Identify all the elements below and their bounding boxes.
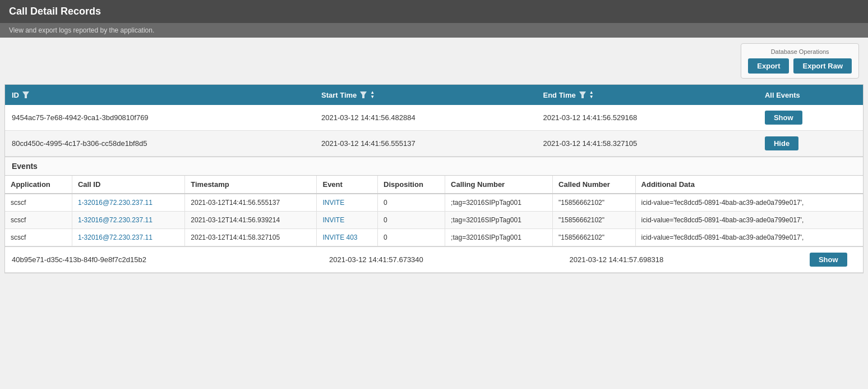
bottom-row-container: 40b95e71-d35c-413b-84f0-9e8f7c2d15b2 202…: [4, 247, 864, 273]
row1-action: Show: [758, 105, 863, 131]
svg-marker-2: [579, 91, 586, 98]
evt-event: INVITE 403: [317, 229, 378, 246]
db-operations-box: Database Operations Export Export Raw: [741, 43, 859, 79]
evt-col-additional: Additional Data: [635, 176, 863, 194]
row2-end-time: 2021-03-12 14:41:58.327105: [536, 131, 758, 157]
col-id-label: ID: [12, 91, 19, 99]
filter-icon-id[interactable]: [22, 91, 29, 98]
row2-start-time: 2021-03-12 14:41:56.555137: [315, 131, 536, 157]
bottom-row-start: 2021-03-12 14:41:57.673340: [322, 247, 562, 273]
evt-calling: ;tag=32016SIPpTag001: [445, 229, 553, 246]
evt-col-timestamp: Timestamp: [185, 176, 317, 194]
events-table: Application Call ID Timestamp Event Disp…: [5, 176, 863, 246]
evt-calling: ;tag=32016SIPpTag001: [445, 194, 553, 212]
col-end-time: End Time ▲▼: [536, 85, 758, 105]
bottom-row-id: 40b95e71-d35c-413b-84f0-9e8f7c2d15b2: [5, 247, 322, 273]
col-id: ID: [5, 85, 315, 105]
sort-icons-start[interactable]: ▲▼: [370, 90, 375, 99]
evt-timestamp: 2021-03-12T14:41:56.939214: [185, 212, 317, 229]
evt-disposition: 0: [378, 212, 445, 229]
evt-additional: icid-value='fec8dcd5-0891-4bab-ac39-ade0…: [635, 194, 863, 212]
evt-additional: icid-value='fec8dcd5-0891-4bab-ac39-ade0…: [635, 212, 863, 229]
evt-col-called: Called Number: [553, 176, 635, 194]
event-row: scscf 1-32016@72.230.237.11 2021-03-12T1…: [5, 194, 863, 212]
evt-event: INVITE: [317, 212, 378, 229]
row1-end-time: 2021-03-12 14:41:56.529168: [536, 105, 758, 131]
evt-col-disposition: Disposition: [378, 176, 445, 194]
events-section: Events Application Call ID Timestamp Eve…: [4, 157, 864, 247]
table-row: 40b95e71-d35c-413b-84f0-9e8f7c2d15b2 202…: [5, 247, 863, 273]
toolbar: Database Operations Export Export Raw: [0, 38, 868, 84]
page-title: Call Detail Records: [9, 6, 859, 17]
col-end-time-label: End Time: [543, 91, 575, 99]
evt-col-calling: Calling Number: [445, 176, 553, 194]
filter-icon-start[interactable]: [360, 91, 367, 98]
filter-icon-end[interactable]: [579, 91, 586, 98]
col-start-time-label: Start Time: [321, 91, 357, 99]
export-button[interactable]: Export: [748, 58, 789, 74]
sort-icons-end[interactable]: ▲▼: [589, 90, 594, 99]
row1-start-time: 2021-03-12 14:41:56.482884: [315, 105, 536, 131]
evt-timestamp: 2021-03-12T14:41:56.555137: [185, 194, 317, 212]
col-all-events-label: All Events: [765, 91, 800, 99]
col-start-time: Start Time ▲▼: [315, 85, 536, 105]
bottom-row-action: Show: [803, 247, 863, 273]
event-row: scscf 1-32016@72.230.237.11 2021-03-12T1…: [5, 212, 863, 229]
bottom-main-table: 40b95e71-d35c-413b-84f0-9e8f7c2d15b2 202…: [5, 247, 863, 273]
main-table-container: ID Start Time ▲▼: [4, 84, 864, 157]
table-row: 80cd450c-4995-4c17-b306-cc58de1bf8d5 202…: [5, 131, 863, 157]
evt-called: "15856662102": [553, 229, 635, 246]
evt-called: "15856662102": [553, 212, 635, 229]
evt-application: scscf: [5, 212, 72, 229]
db-operations-label: Database Operations: [748, 48, 852, 55]
row2-hide-button[interactable]: Hide: [765, 136, 798, 150]
row1-id: 9454ac75-7e68-4942-9ca1-3bd90810f769: [5, 105, 315, 131]
evt-callid: 1-32016@72.230.237.11: [72, 229, 184, 246]
evt-disposition: 0: [378, 229, 445, 246]
evt-callid: 1-32016@72.230.237.11: [72, 212, 184, 229]
evt-disposition: 0: [378, 194, 445, 212]
svg-marker-0: [22, 91, 29, 98]
evt-application: scscf: [5, 194, 72, 212]
table-row: 9454ac75-7e68-4942-9ca1-3bd90810f769 202…: [5, 105, 863, 131]
evt-event: INVITE: [317, 194, 378, 212]
evt-col-callid: Call ID: [72, 176, 184, 194]
row1-show-button[interactable]: Show: [765, 111, 802, 125]
evt-application: scscf: [5, 229, 72, 246]
evt-called: "15856662102": [553, 194, 635, 212]
bottom-row-show-button[interactable]: Show: [810, 253, 847, 267]
svg-marker-1: [360, 91, 367, 98]
evt-calling: ;tag=32016SIPpTag001: [445, 212, 553, 229]
export-raw-button[interactable]: Export Raw: [793, 58, 852, 74]
evt-col-application: Application: [5, 176, 72, 194]
page-header: Call Detail Records: [0, 0, 868, 23]
evt-timestamp: 2021-03-12T14:41:58.327105: [185, 229, 317, 246]
page-subtitle: View and export logs reported by the app…: [9, 26, 154, 34]
events-label: Events: [5, 157, 863, 176]
row2-id: 80cd450c-4995-4c17-b306-cc58de1bf8d5: [5, 131, 315, 157]
evt-callid: 1-32016@72.230.237.11: [72, 194, 184, 212]
event-row: scscf 1-32016@72.230.237.11 2021-03-12T1…: [5, 229, 863, 246]
col-all-events: All Events: [758, 85, 863, 105]
bottom-row-end: 2021-03-12 14:41:57.698318: [562, 247, 802, 273]
evt-additional: icid-value='fec8dcd5-0891-4bab-ac39-ade0…: [635, 229, 863, 246]
main-table: ID Start Time ▲▼: [5, 85, 863, 157]
row2-action: Hide: [758, 131, 863, 157]
page-subheader: View and export logs reported by the app…: [0, 23, 868, 38]
evt-col-event: Event: [317, 176, 378, 194]
